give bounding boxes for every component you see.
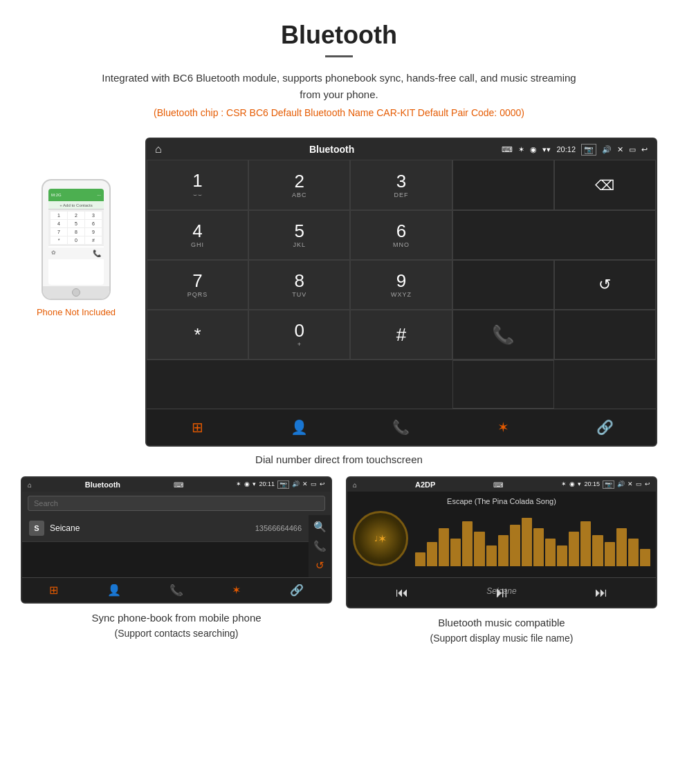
next-btn[interactable]: ⏭	[595, 586, 607, 600]
search-input[interactable]	[28, 496, 325, 511]
volume-icon[interactable]: 🔊	[602, 145, 612, 154]
call-icon: 📞	[492, 324, 514, 346]
key-3[interactable]: 3 DEF	[350, 160, 452, 210]
music-caption: Bluetooth music compatible (Support disp…	[430, 615, 574, 646]
phonebook-bottombar: ⊞ 👤 📞 ✶ 🔗	[22, 577, 331, 602]
mu-time: 20:15	[584, 480, 600, 489]
page-header: Bluetooth Integrated with BC6 Bluetooth …	[0, 0, 678, 138]
eq-bar	[439, 528, 449, 566]
phone-bottom-bar	[43, 286, 109, 299]
music-section: ⌂ A2DP ⌨ ✶ ◉ ▾ 20:15 📷 🔊 ✕ ▭ ↩ Escape (T…	[346, 476, 657, 646]
usb-icon: ⌨	[502, 145, 513, 154]
phonebook-screen: ⌂ Bluetooth ⌨ ✶ ◉ ▾ 20:11 📷 🔊 ✕ ▭ ↩	[21, 476, 332, 604]
bottom-screens: ⌂ Bluetooth ⌨ ✶ ◉ ▾ 20:11 📷 🔊 ✕ ▭ ↩	[0, 476, 678, 646]
mu-cam-icon[interactable]: 📷	[603, 480, 614, 489]
pb-loc-icon: ◉	[244, 480, 250, 489]
pb-cam-icon[interactable]: 📷	[277, 480, 289, 489]
eq-bar	[616, 528, 627, 566]
pb-usb-icon: ⌨	[174, 481, 183, 489]
eq-bar	[580, 521, 591, 566]
refresh-icon: ↺	[598, 276, 611, 294]
key-4[interactable]: 4 GHI	[147, 210, 248, 260]
pb-win-icon[interactable]: ▭	[311, 480, 317, 489]
back-icon[interactable]: ↩	[641, 145, 648, 154]
bluetooth-specs: (Bluetooth chip : CSR BC6 Default Blueto…	[14, 107, 664, 118]
dialpad-btn[interactable]: ⊞	[147, 409, 248, 445]
refresh-cell[interactable]: ↺	[554, 260, 656, 310]
empty-r2c4	[452, 210, 656, 260]
phone-side-icon[interactable]: 📞	[313, 540, 327, 552]
pb-link-btn[interactable]: 🔗	[290, 584, 304, 597]
phone-screen: M:2G ··· + Add to Contacts 1 2 3 4 5 6 7…	[48, 189, 104, 285]
equalizer-bars	[415, 511, 650, 566]
key-6[interactable]: 6 MNO	[350, 210, 452, 260]
time-display: 20:12	[556, 145, 576, 153]
pb-phone-btn[interactable]: 📞	[170, 584, 183, 597]
endcall-cell[interactable]	[452, 360, 554, 409]
refresh-side-icon[interactable]: ↺	[315, 559, 324, 572]
main-caption: Dial number direct from touchscreen	[0, 454, 678, 465]
pb-dialpad-btn[interactable]: ⊞	[49, 584, 58, 597]
camera-icon[interactable]: 📷	[581, 144, 596, 156]
key-8[interactable]: 8 TUV	[248, 260, 350, 310]
backspace-cell[interactable]: ⌫	[554, 160, 656, 210]
key-1[interactable]: 1 ⌣⌣	[147, 160, 248, 210]
mu-x-icon[interactable]: ✕	[627, 480, 633, 489]
main-statusbar: ⌂ Bluetooth ⌨ ✶ ◉ ▾▾ 20:12 📷 🔊 ✕ ▭ ↩	[147, 139, 656, 160]
key-0[interactable]: 0 +	[248, 310, 350, 360]
home-icon[interactable]: ⌂	[155, 143, 162, 156]
pb-x-icon[interactable]: ✕	[302, 480, 308, 489]
contact-letter: S	[29, 521, 44, 536]
music-body: Escape (The Pina Colada Song) ♩ ✶	[347, 492, 656, 577]
contacts-btn[interactable]: 👤	[248, 409, 350, 445]
mu-win-icon[interactable]: ▭	[636, 480, 642, 489]
eq-bar	[545, 539, 556, 566]
key-star[interactable]: *	[147, 310, 248, 360]
eq-bar	[450, 539, 461, 566]
mu-home-icon[interactable]: ⌂	[353, 481, 357, 489]
pb-back-icon[interactable]: ↩	[320, 480, 325, 489]
key-2[interactable]: 2 ABC	[248, 160, 350, 210]
dialpad-bottombar: ⊞ 👤 📞 ✶ 🔗	[147, 409, 656, 445]
phonebook-section: ⌂ Bluetooth ⌨ ✶ ◉ ▾ 20:11 📷 🔊 ✕ ▭ ↩	[21, 476, 332, 646]
endcall-row	[147, 360, 656, 409]
key-hash[interactable]: #	[350, 310, 452, 360]
phone-btn[interactable]: 📞	[350, 409, 452, 445]
window-icon[interactable]: ▭	[629, 145, 636, 154]
pb-bt-icon: ✶	[236, 480, 241, 489]
bluetooth-btn[interactable]: ✶	[452, 409, 554, 445]
phone-screen-sub: + Add to Contacts	[48, 201, 104, 209]
close-icon[interactable]: ✕	[617, 145, 623, 154]
phonebook-caption: Sync phone-book from mobile phone (Suppo…	[91, 610, 261, 641]
pb-vol-icon[interactable]: 🔊	[292, 480, 300, 489]
search-side-icon[interactable]: 🔍	[313, 521, 327, 533]
contact-row: S Seicane 13566664466	[22, 515, 309, 542]
key-5[interactable]: 5 JKL	[248, 210, 350, 260]
mu-vol-icon[interactable]: 🔊	[617, 480, 625, 489]
link-btn[interactable]: 🔗	[554, 409, 656, 445]
mu-usb-icon: ⌨	[493, 481, 503, 489]
pb-statusbar-title: Bluetooth	[85, 480, 120, 489]
phonebook-contacts: S Seicane 13566664466	[22, 515, 309, 577]
eq-bar	[605, 542, 615, 566]
eq-bar	[427, 542, 437, 566]
music-statusbar: ⌂ A2DP ⌨ ✶ ◉ ▾ 20:15 📷 🔊 ✕ ▭ ↩	[347, 478, 656, 492]
mu-loc-icon: ◉	[569, 480, 575, 489]
mu-bt-icon: ✶	[561, 480, 567, 489]
phone-home-button	[72, 288, 80, 297]
backspace-icon: ⌫	[595, 177, 614, 194]
phone-dialpad: 1 2 3 4 5 6 7 8 9 * 0 #	[48, 209, 104, 246]
pb-home-icon[interactable]: ⌂	[28, 481, 32, 489]
prev-btn[interactable]: ⏮	[396, 586, 408, 600]
key-9[interactable]: 9 WXYZ	[350, 260, 452, 310]
eq-bar	[510, 525, 520, 566]
main-android-screen: ⌂ Bluetooth ⌨ ✶ ◉ ▾▾ 20:12 📷 🔊 ✕ ▭ ↩ 1 ⌣…	[145, 138, 657, 447]
phone-not-included-label: Phone Not Included	[37, 307, 116, 317]
mu-back-icon[interactable]: ↩	[645, 480, 650, 489]
pb-bt-btn[interactable]: ✶	[232, 584, 241, 597]
phone-aside: M:2G ··· + Add to Contacts 1 2 3 4 5 6 7…	[21, 138, 131, 317]
key-7[interactable]: 7 PQRS	[147, 260, 248, 310]
call-cell[interactable]: 📞	[452, 310, 554, 360]
pb-contacts-btn[interactable]: 👤	[107, 584, 121, 597]
eq-bar	[522, 518, 532, 566]
